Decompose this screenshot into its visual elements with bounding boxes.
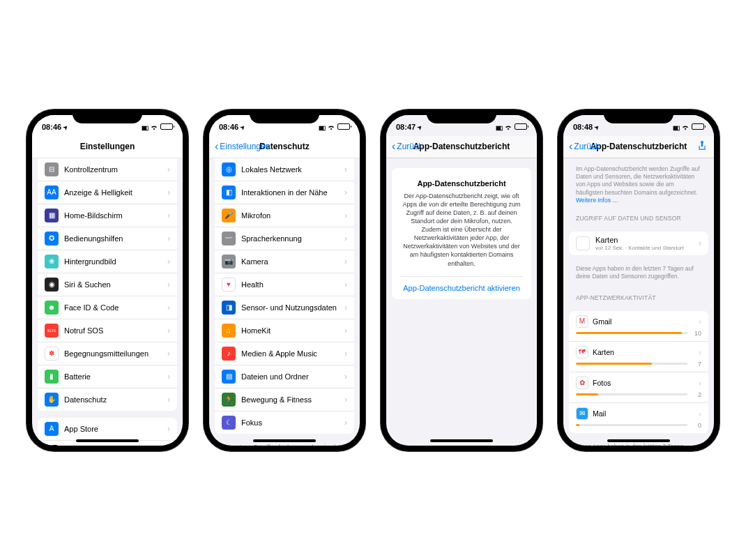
chevron-right-icon: › bbox=[167, 211, 170, 220]
settings-row[interactable]: ❀ Hintergrundbild › bbox=[38, 250, 177, 273]
chevron-left-icon: ‹ bbox=[392, 141, 395, 152]
home-indicator[interactable] bbox=[253, 439, 316, 442]
home-indicator[interactable] bbox=[607, 439, 670, 442]
settings-row[interactable]: ♥ Health › bbox=[215, 273, 354, 296]
settings-row[interactable]: ✋ Datenschutz › bbox=[38, 388, 177, 411]
app-icon: M bbox=[576, 315, 588, 328]
back-button[interactable]: ‹Zurück bbox=[569, 141, 600, 152]
app-icon: ♪ bbox=[222, 347, 236, 361]
row-label: Hintergrundbild bbox=[64, 257, 167, 266]
activity-label: Gmail bbox=[593, 317, 699, 326]
settings-row[interactable]: ▤ Dateien und Ordner › bbox=[215, 365, 354, 388]
activity-row[interactable]: 🗺 Karten › 7 bbox=[569, 342, 708, 372]
page-title: App-Datenschutzbericht bbox=[413, 142, 510, 151]
status-icons bbox=[673, 123, 704, 131]
row-label: Begegnungsmitteilungen bbox=[64, 349, 167, 358]
settings-row[interactable]: ▦ Home-Bildschirm › bbox=[38, 204, 177, 227]
row-label: Datenschutz bbox=[64, 395, 167, 404]
more-link[interactable]: Weitere Infos … bbox=[576, 197, 618, 204]
settings-row[interactable]: ◎ Lokales Netzwerk › bbox=[215, 158, 354, 181]
battery-icon bbox=[160, 123, 173, 130]
row-label: Mikrofon bbox=[241, 211, 344, 220]
app-icon: ☻ bbox=[45, 301, 59, 315]
settings-row[interactable]: ✽ Begegnungsmitteilungen › bbox=[38, 342, 177, 365]
settings-row[interactable]: ▮ Batterie › bbox=[38, 365, 177, 388]
wifi-icon bbox=[327, 123, 335, 130]
back-button[interactable]: ‹Einstellungen bbox=[215, 141, 270, 152]
chevron-right-icon: › bbox=[167, 165, 170, 174]
row-label: Face ID & Code bbox=[64, 303, 167, 312]
settings-row[interactable]: ☻ Face ID & Code › bbox=[38, 296, 177, 319]
back-label: Zurück bbox=[397, 142, 423, 151]
activity-row[interactable]: M Gmail › 10 bbox=[569, 311, 708, 342]
phone-3: 08:47 ‹Zurück App-Datenschutzbericht App… bbox=[381, 109, 542, 451]
settings-row[interactable]: AA Anzeige & Helligkeit › bbox=[38, 181, 177, 204]
settings-row[interactable]: ✪ Bedienungshilfen › bbox=[38, 227, 177, 250]
activity-count: 7 bbox=[692, 361, 701, 368]
settings-row[interactable]: ⌂ HomeKit › bbox=[215, 319, 354, 342]
settings-row[interactable]: ♪ Medien & Apple Music › bbox=[215, 342, 354, 365]
settings-row[interactable]: ◉ Siri & Suchen › bbox=[38, 273, 177, 296]
phone-1: 08:46 Einstellungen ⊟ Kontrollzentrum › … bbox=[26, 109, 188, 451]
settings-row[interactable]: 📷 Kamera › bbox=[215, 250, 354, 273]
settings-row[interactable]: SOS Notruf SOS › bbox=[38, 319, 177, 342]
settings-row[interactable]: 🏃 Bewegung & Fitness › bbox=[215, 388, 354, 411]
app-icon: ❀ bbox=[45, 255, 59, 268]
activity-label: Fotos bbox=[593, 379, 699, 387]
row-label: Health bbox=[241, 280, 344, 289]
wifi-icon bbox=[150, 123, 158, 130]
app-icon: 〰 bbox=[222, 232, 236, 245]
chevron-right-icon: › bbox=[344, 395, 347, 404]
app-icon: ⌂ bbox=[222, 324, 236, 338]
app-icon: ◎ bbox=[222, 162, 236, 176]
chevron-right-icon: › bbox=[699, 409, 701, 418]
notch bbox=[427, 109, 496, 123]
settings-row[interactable]: A App Store › bbox=[38, 418, 177, 441]
battery-icon bbox=[515, 123, 527, 130]
app-icon: ▭ bbox=[45, 445, 59, 446]
settings-row[interactable]: ⊟ Kontrollzentrum › bbox=[38, 158, 177, 181]
activity-row[interactable]: ✉ Mail › 0 bbox=[569, 403, 708, 433]
signal-icon bbox=[673, 123, 679, 131]
wifi-icon bbox=[504, 123, 512, 130]
row-label: HomeKit bbox=[241, 326, 344, 335]
chevron-right-icon: › bbox=[167, 303, 170, 312]
status-time: 08:47 bbox=[396, 123, 416, 131]
chevron-right-icon: › bbox=[167, 372, 170, 381]
intro-text: Im App-Datenschutzbericht werden Zugriff… bbox=[569, 158, 708, 208]
home-indicator[interactable] bbox=[76, 439, 139, 442]
row-label: Sensor- und Nutzungsdaten bbox=[241, 303, 344, 312]
chevron-left-icon: ‹ bbox=[215, 141, 218, 152]
chevron-right-icon: › bbox=[344, 418, 347, 427]
chevron-right-icon: › bbox=[344, 211, 347, 220]
phone-2: 08:46 ‹Einstellungen Datenschutz ◎ Lokal… bbox=[204, 109, 365, 451]
activity-row[interactable]: ✿ Fotos › 2 bbox=[569, 372, 708, 403]
settings-row[interactable]: 〰 Spracherkennung › bbox=[215, 227, 354, 250]
notch bbox=[73, 109, 142, 123]
back-button[interactable]: ‹Zurück bbox=[392, 141, 423, 152]
settings-row[interactable]: ☾ Fokus › bbox=[215, 411, 354, 434]
battery-icon bbox=[692, 123, 704, 130]
signal-icon bbox=[496, 123, 502, 131]
settings-row[interactable]: ◨ Sensor- und Nutzungsdaten › bbox=[215, 296, 354, 319]
app-icon: ▦ bbox=[45, 209, 59, 222]
wifi-icon bbox=[681, 123, 690, 130]
nav-header: Einstellungen bbox=[32, 136, 183, 158]
share-button[interactable] bbox=[697, 140, 707, 153]
section-footer: Diese Apps haben in den letzten 7 Tagen … bbox=[569, 262, 708, 287]
row-label: Fokus bbox=[241, 418, 344, 427]
activity-count: 10 bbox=[692, 330, 701, 337]
chevron-right-icon: › bbox=[167, 234, 170, 243]
settings-row[interactable]: 🎤 Mikrofon › bbox=[215, 204, 354, 227]
data-access-row[interactable]: 🗺 Karten vor 12 Sek. · Kontakte und Stan… bbox=[569, 232, 708, 255]
row-label: Home-Bildschirm bbox=[64, 211, 167, 220]
card-body: Der App-Datenschutzbericht zeigt, wie of… bbox=[400, 192, 523, 268]
phone-4: 08:48 ‹Zurück App-Datenschutzbericht Im … bbox=[558, 109, 720, 451]
back-label: Zurück bbox=[574, 142, 600, 151]
app-icon: 🎤 bbox=[222, 209, 236, 222]
settings-row[interactable]: ◧ Interaktionen in der Nähe › bbox=[215, 181, 354, 204]
home-indicator[interactable] bbox=[430, 439, 493, 442]
activate-link[interactable]: App-Datenschutzbericht aktivieren bbox=[400, 276, 523, 292]
battery-icon bbox=[337, 123, 350, 130]
chevron-right-icon: › bbox=[167, 188, 170, 197]
